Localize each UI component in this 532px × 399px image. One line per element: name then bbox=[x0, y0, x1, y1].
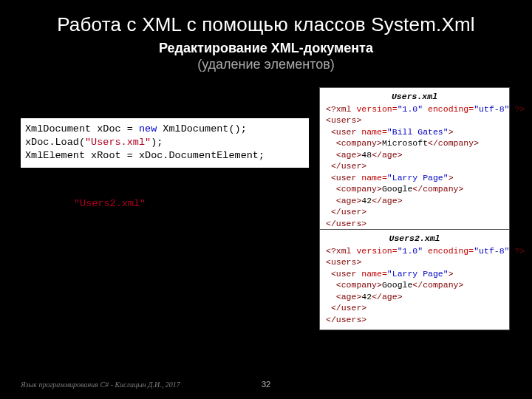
age-b-open: <age> bbox=[326, 292, 361, 301]
user2-val: "Larry Page" bbox=[387, 173, 449, 183]
footer-attribution: Язык программирования C# - Кислицын Д.И.… bbox=[21, 381, 180, 389]
company1-open: <company> bbox=[326, 138, 382, 148]
users2-close: </users> bbox=[326, 315, 366, 324]
xml-decl-attr2: encoding= bbox=[423, 104, 474, 114]
xml-box-users2: Users2.xml<?xml version="1.0" encoding="… bbox=[319, 229, 510, 330]
code-line-2b: ); bbox=[151, 137, 163, 148]
xml-box-title: Users.xml bbox=[326, 91, 503, 103]
slide-subtitle-bold: Редактирование XML-документа bbox=[0, 41, 532, 56]
u2-val: "Larry Page" bbox=[387, 269, 449, 279]
xml-decl-attr1: version= bbox=[356, 104, 397, 114]
company1-text: Microsoft bbox=[382, 138, 428, 148]
age-b-text: 42 bbox=[361, 292, 372, 301]
xml2-decl-open: <?xml bbox=[326, 246, 356, 256]
company-b-open: <company> bbox=[326, 280, 382, 290]
user2-close: </user> bbox=[326, 207, 366, 216]
slide-title: Работа с XML с помощью классов System.Xm… bbox=[0, 0, 532, 36]
age-b-close: </age> bbox=[372, 292, 402, 301]
user2-open-a: <user bbox=[326, 173, 361, 183]
slide: Работа с XML с помощью классов System.Xm… bbox=[0, 0, 532, 399]
user2-attr: name= bbox=[361, 173, 387, 183]
user1-attr: name= bbox=[361, 127, 387, 137]
age2-close: </age> bbox=[372, 196, 402, 205]
xml-decl-close: ?> bbox=[509, 104, 525, 114]
xml2-decl-attr2: encoding= bbox=[423, 246, 474, 256]
user1-open-b: > bbox=[449, 127, 454, 137]
age1-close: </age> bbox=[372, 150, 402, 160]
xml2-decl-val1: "1.0" bbox=[398, 246, 423, 256]
company-b-close: </company> bbox=[412, 280, 463, 290]
u2-attr: name= bbox=[361, 269, 387, 279]
user1-open-a: <user bbox=[326, 127, 361, 137]
users2-open: <users> bbox=[326, 257, 361, 267]
company1-close: </company> bbox=[428, 138, 479, 148]
users-close: </users> bbox=[326, 219, 366, 228]
age2-text: 42 bbox=[361, 196, 372, 205]
slide-subtitle-muted: (удаление элементов) bbox=[0, 57, 532, 72]
xml2-decl-close: ?> bbox=[509, 246, 525, 256]
users-open: <users> bbox=[326, 115, 361, 125]
xml-decl-val2: "utf-8" bbox=[474, 104, 509, 114]
string-users2-xml: "Users2.xml" bbox=[72, 198, 147, 209]
string-users-xml: "Users.xml" bbox=[85, 137, 151, 148]
xml-box-users: Users.xml<?xml version="1.0" encoding="u… bbox=[319, 87, 510, 234]
footer-page-number: 32 bbox=[262, 380, 270, 389]
u2-open-a: <user bbox=[326, 269, 361, 279]
keyword-new: new bbox=[139, 123, 157, 134]
user1-val: "Bill Gates" bbox=[387, 127, 449, 137]
user2-open-b: > bbox=[449, 173, 454, 183]
company2-close: </company> bbox=[412, 184, 463, 194]
age1-open: <age> bbox=[326, 150, 361, 160]
u2-close: </user> bbox=[326, 303, 366, 313]
csharp-code-block: XmlDocument xDoc = new XmlDocument(); xD… bbox=[21, 118, 309, 168]
code-line-1b: XmlDocument(); bbox=[157, 123, 247, 134]
company2-text: Google bbox=[382, 184, 412, 194]
xml-decl-open: <?xml bbox=[326, 104, 356, 114]
code-line-2a: xDoc.Load( bbox=[25, 137, 85, 148]
u2-open-b: > bbox=[449, 269, 454, 279]
xml-box2-title: Users2.xml bbox=[326, 233, 503, 245]
xml2-decl-val2: "utf-8" bbox=[474, 246, 509, 256]
code-line-1a: XmlDocument xDoc = bbox=[25, 123, 139, 134]
age1-text: 48 bbox=[361, 150, 372, 160]
company-b-text: Google bbox=[382, 280, 412, 290]
code-line-3: XmlElement xRoot = xDoc.DocumentElement; bbox=[25, 150, 265, 161]
company2-open: <company> bbox=[326, 184, 382, 194]
xml-decl-val1: "1.0" bbox=[398, 104, 423, 114]
xml2-decl-attr1: version= bbox=[356, 246, 397, 256]
age2-open: <age> bbox=[326, 196, 361, 205]
user1-close: </user> bbox=[326, 161, 366, 171]
